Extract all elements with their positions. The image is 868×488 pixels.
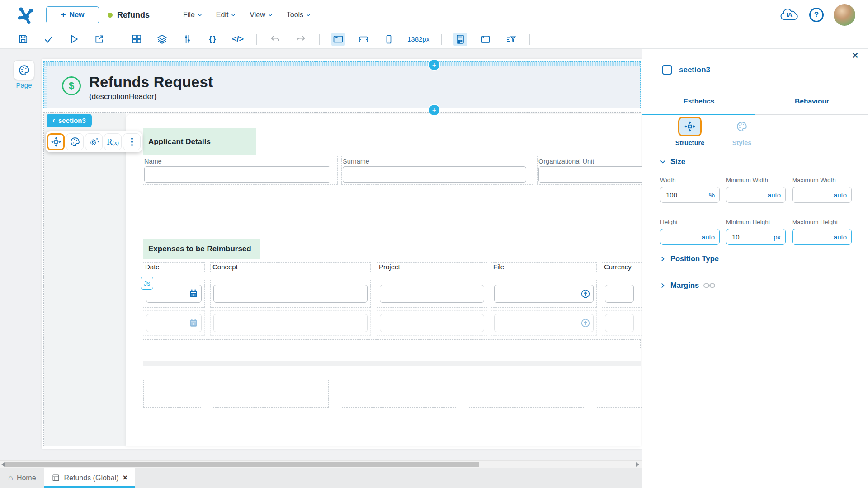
variables-button[interactable]: { } xyxy=(206,33,219,46)
styles-tool-button[interactable] xyxy=(66,133,84,150)
column-header-file[interactable]: File xyxy=(491,262,597,272)
run-preview-button[interactable] xyxy=(67,33,80,46)
form-structure-button[interactable] xyxy=(453,33,467,46)
row2-concept-cell xyxy=(210,310,371,336)
min-height-input[interactable]: 10 px xyxy=(726,229,786,245)
calendar-icon[interactable] xyxy=(189,318,198,328)
empty-cell-placeholder[interactable] xyxy=(597,380,642,408)
filter-rules-button[interactable] xyxy=(504,33,518,46)
column-header-concept[interactable]: Concept xyxy=(210,262,371,272)
empty-cell-placeholder[interactable] xyxy=(213,380,329,408)
empty-cell-placeholder[interactable] xyxy=(143,380,201,408)
close-icon[interactable]: × xyxy=(852,50,858,61)
tab-home-label: Home xyxy=(17,474,36,482)
project-input[interactable] xyxy=(380,314,484,332)
controls-button[interactable] xyxy=(180,33,194,46)
currency-input[interactable] xyxy=(605,285,634,303)
surname-input[interactable] xyxy=(343,166,526,183)
scroll-left-arrow[interactable] xyxy=(1,462,5,467)
scroll-right-arrow[interactable] xyxy=(636,462,639,467)
expenses-heading-block[interactable]: Expenses to be Reimbursed xyxy=(143,239,260,259)
height-unit: auto xyxy=(702,233,715,241)
org-unit-input[interactable] xyxy=(538,166,642,183)
validate-button[interactable] xyxy=(42,33,55,46)
concept-input[interactable] xyxy=(213,314,368,332)
empty-row-placeholder[interactable] xyxy=(143,339,641,348)
save-button[interactable] xyxy=(16,33,30,46)
user-avatar[interactable] xyxy=(834,4,855,26)
help-icon[interactable]: ? xyxy=(809,8,824,22)
subtab-structure[interactable]: Structure xyxy=(665,117,715,146)
dollar-icon: $ xyxy=(62,76,81,95)
menu-tools[interactable]: Tools xyxy=(287,11,311,19)
min-width-input[interactable]: auto xyxy=(726,187,786,203)
tab-home[interactable]: ⌂ Home xyxy=(0,468,44,488)
js-script-badge[interactable]: Js xyxy=(141,277,153,290)
margins-section-header[interactable]: Margins xyxy=(660,281,715,290)
structure-tool-button[interactable] xyxy=(47,133,65,150)
new-button[interactable]: + New xyxy=(46,6,99,23)
size-section-header[interactable]: Size xyxy=(660,157,685,166)
ai-assistant-icon[interactable]: IA xyxy=(779,6,799,23)
source-code-button[interactable]: </> xyxy=(231,33,245,46)
file-input[interactable] xyxy=(494,314,594,332)
column-header-currency[interactable]: Currency xyxy=(602,262,642,272)
tab-behaviour[interactable]: Behaviour xyxy=(755,88,868,114)
add-element-handle-bottom[interactable]: + xyxy=(429,105,439,115)
row1-currency-cell xyxy=(602,280,642,308)
tablet-view-button[interactable] xyxy=(357,33,370,46)
desktop-view-button[interactable] xyxy=(331,33,345,46)
link-icon[interactable] xyxy=(703,282,715,289)
redo-button[interactable] xyxy=(294,33,307,46)
currency-input[interactable] xyxy=(605,314,634,332)
tab-refunds-global[interactable]: Refunds (Global) × xyxy=(44,468,135,488)
close-tab-icon[interactable]: × xyxy=(123,473,128,483)
layers-button[interactable] xyxy=(155,33,169,46)
element-checkbox[interactable] xyxy=(662,65,672,75)
empty-cell-placeholder[interactable] xyxy=(469,380,584,408)
row2-currency-cell xyxy=(602,310,642,336)
page-styles-button[interactable] xyxy=(14,60,34,80)
toolbar-divider xyxy=(256,34,257,45)
components-button[interactable] xyxy=(130,33,143,46)
project-input[interactable] xyxy=(380,285,484,303)
applicant-heading-block[interactable]: Applicant Details xyxy=(143,128,256,155)
position-type-section-header[interactable]: Position Type xyxy=(660,254,719,263)
column-header-date[interactable]: Date xyxy=(143,262,205,272)
more-options-button[interactable] xyxy=(123,133,141,150)
empty-cell-placeholder[interactable] xyxy=(342,380,456,408)
undo-button[interactable] xyxy=(269,33,282,46)
help-glyph: ? xyxy=(814,10,819,19)
max-width-input[interactable]: auto xyxy=(792,187,852,203)
scrollbar-thumb[interactable] xyxy=(5,462,479,467)
name-input[interactable] xyxy=(144,166,330,183)
form-header-section[interactable]: $ Refunds Request {descriptionHeader} xyxy=(43,61,641,108)
mobile-view-button[interactable] xyxy=(382,33,396,46)
section-breadcrumb-badge[interactable]: ‹ section3 xyxy=(47,114,92,127)
settings-tool-button[interactable] xyxy=(85,133,103,150)
export-button[interactable] xyxy=(92,33,106,46)
styles-iconbox xyxy=(730,117,754,136)
calendar-icon[interactable] xyxy=(189,289,198,299)
add-element-handle-top[interactable]: + xyxy=(429,60,439,70)
subtab-styles[interactable]: Styles xyxy=(717,117,767,146)
container-button[interactable] xyxy=(479,33,492,46)
width-input[interactable]: 100 % xyxy=(660,187,720,203)
height-input[interactable]: auto xyxy=(660,229,720,245)
file-input[interactable] xyxy=(494,285,594,303)
max-height-input[interactable]: auto xyxy=(792,229,852,245)
menu-edit[interactable]: Edit xyxy=(216,11,236,19)
formula-tool-button[interactable]: R(x) xyxy=(104,133,122,150)
tab-esthetics[interactable]: Esthetics xyxy=(642,88,755,114)
concept-input[interactable] xyxy=(213,285,368,303)
column-header-project[interactable]: Project xyxy=(377,262,487,272)
menu-file[interactable]: File xyxy=(183,11,203,19)
upload-icon[interactable] xyxy=(580,318,590,328)
app-logo-icon[interactable] xyxy=(14,4,37,26)
expenses-heading: Expenses to be Reimbursed xyxy=(148,244,251,253)
chevron-down-icon xyxy=(660,159,666,165)
upload-icon[interactable] xyxy=(580,289,590,299)
horizontal-scrollbar[interactable] xyxy=(0,460,642,468)
menu-view[interactable]: View xyxy=(250,11,273,19)
min-height-value: 10 xyxy=(732,233,740,241)
